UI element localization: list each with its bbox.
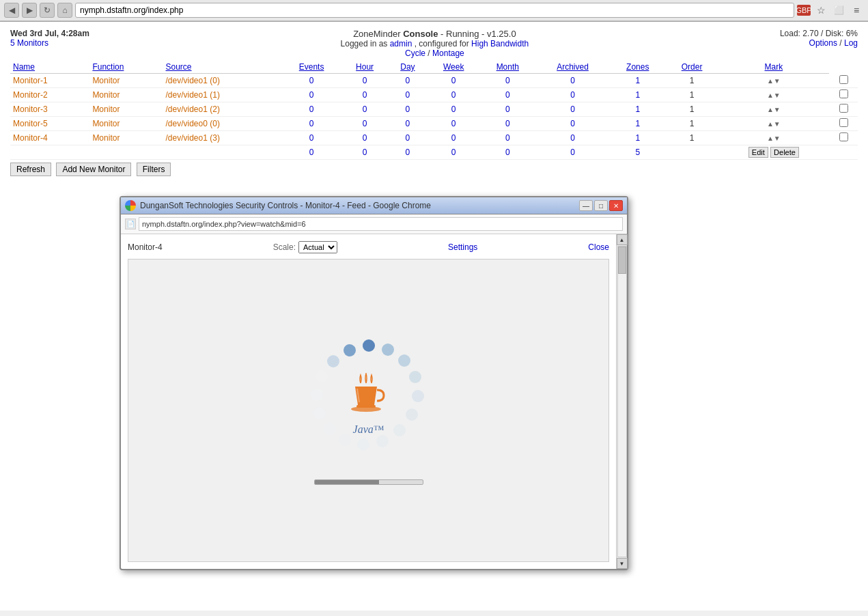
filters-button[interactable]: Filters — [137, 163, 171, 176]
home-button[interactable]: ⌂ — [57, 3, 72, 18]
col-header-name[interactable]: Name — [10, 61, 89, 74]
scale-select[interactable]: Actual 100% 75% 50% — [298, 241, 337, 253]
cell-month-total: 0 — [479, 145, 535, 159]
java-spinner-container: Java™ — [300, 336, 437, 473]
cell-name[interactable]: Monitor-4 — [10, 130, 89, 145]
scroll-thumb[interactable] — [618, 247, 626, 274]
cell-archived: 0 — [535, 116, 609, 130]
col-header-hour[interactable]: Hour — [341, 61, 387, 74]
cell-order-total — [666, 145, 718, 159]
forward-button[interactable]: ▶ — [22, 3, 37, 18]
cell-function[interactable]: Monitor — [89, 74, 163, 88]
cell-hour-total: 0 — [341, 145, 387, 159]
logged-in-user[interactable]: admin — [390, 39, 412, 48]
cell-zones[interactable]: 1 — [610, 116, 666, 130]
col-header-month[interactable]: Month — [479, 61, 535, 74]
scroll-track — [617, 246, 627, 557]
cell-day: 0 — [388, 116, 428, 130]
page-content: Wed 3rd Jul, 4:28am 5 Monitors ZoneMinde… — [0, 22, 868, 611]
cell-function[interactable]: Monitor — [89, 116, 163, 130]
scroll-up-button[interactable]: ▲ — [617, 234, 628, 245]
cell-zones[interactable]: 1 — [610, 74, 666, 88]
cell-mark — [829, 116, 858, 130]
address-bar[interactable] — [75, 3, 794, 18]
cell-function-total — [89, 145, 163, 159]
maximize-button[interactable]: □ — [594, 200, 608, 211]
cell-archived: 0 — [535, 87, 609, 102]
reload-button[interactable]: ↻ — [40, 3, 55, 18]
cell-zones[interactable]: 1 — [610, 130, 666, 145]
cell-zones[interactable]: 1 — [610, 87, 666, 102]
bottom-buttons: Refresh Add New Monitor Filters — [10, 163, 858, 176]
montage-link[interactable]: Montage — [432, 48, 464, 58]
cell-archived: 0 — [535, 102, 609, 116]
cell-zones[interactable]: 1 — [610, 102, 666, 116]
cell-source[interactable]: /dev/video0 (0) — [163, 116, 281, 130]
cell-function[interactable]: Monitor — [89, 130, 163, 145]
header-left: Wed 3rd Jul, 4:28am 5 Monitors — [10, 29, 89, 48]
cell-month: 0 — [479, 130, 535, 145]
cycle-link[interactable]: Cycle — [405, 48, 425, 58]
mark-checkbox[interactable] — [839, 132, 848, 141]
popup-toolbar: 📄 — [121, 214, 627, 234]
cast-icon[interactable]: ⬜ — [831, 3, 846, 18]
col-header-zones[interactable]: Zones — [610, 61, 666, 74]
options-link[interactable]: Options — [809, 38, 837, 48]
cell-function[interactable]: Monitor — [89, 102, 163, 116]
cell-source[interactable]: /dev/video1 (2) — [163, 102, 281, 116]
popup-address-bar[interactable] — [139, 217, 623, 231]
scroll-down-button[interactable]: ▼ — [617, 558, 628, 569]
monitor-count[interactable]: 5 Monitors — [10, 38, 89, 48]
mark-checkbox[interactable] — [839, 118, 848, 127]
popup-monitor-name: Monitor-4 — [128, 242, 163, 252]
refresh-button[interactable]: Refresh — [10, 163, 51, 176]
page-icon: 📄 — [125, 219, 136, 229]
popup-close-link[interactable]: Close — [588, 242, 609, 252]
cell-source[interactable]: /dev/video1 (0) — [163, 74, 281, 88]
extension-icon[interactable]: GBP — [797, 5, 811, 16]
mark-checkbox[interactable] — [839, 104, 848, 113]
col-header-day[interactable]: Day — [388, 61, 428, 74]
mark-checkbox[interactable] — [839, 75, 848, 84]
cell-source[interactable]: /dev/video1 (3) — [163, 130, 281, 145]
svg-point-7 — [376, 435, 389, 447]
back-button[interactable]: ◀ — [4, 3, 19, 18]
col-header-source[interactable]: Source — [163, 61, 281, 74]
col-header-mark[interactable]: Mark — [718, 61, 829, 74]
settings-link[interactable]: Settings — [448, 242, 477, 252]
col-header-function[interactable]: Function — [89, 61, 163, 74]
nav-separator: / — [839, 38, 844, 48]
cell-month: 0 — [479, 87, 535, 102]
scale-label: Scale: — [273, 242, 296, 252]
star-icon[interactable]: ☆ — [813, 3, 828, 18]
cell-function[interactable]: Monitor — [89, 87, 163, 102]
cell-name[interactable]: Monitor-1 — [10, 74, 89, 88]
cell-events: 0 — [281, 87, 342, 102]
popup-close-button[interactable]: ✕ — [609, 200, 623, 211]
svg-point-8 — [357, 438, 369, 451]
cell-name[interactable]: Monitor-5 — [10, 116, 89, 130]
log-link[interactable]: Log — [844, 38, 858, 48]
bandwidth-link[interactable]: High Bandwidth — [471, 39, 529, 48]
menu-icon[interactable]: ≡ — [849, 3, 864, 18]
popup-body: Monitor-4 Scale: Actual 100% 75% 50% Set… — [121, 234, 627, 569]
col-header-events[interactable]: Events — [281, 61, 342, 74]
svg-point-4 — [412, 390, 424, 402]
delete-button[interactable]: Delete — [770, 147, 799, 158]
col-header-week[interactable]: Week — [428, 61, 479, 74]
svg-point-6 — [393, 424, 406, 436]
cell-month: 0 — [479, 102, 535, 116]
add-new-monitor-button[interactable]: Add New Monitor — [56, 163, 131, 176]
svg-point-13 — [316, 370, 328, 382]
minimize-button[interactable]: — — [579, 200, 593, 211]
popup-main: Monitor-4 Scale: Actual 100% 75% 50% Set… — [121, 234, 616, 569]
app-title-bold: Console — [403, 29, 438, 39]
col-header-archived[interactable]: Archived — [535, 61, 609, 74]
cell-name[interactable]: Monitor-2 — [10, 87, 89, 102]
cell-week: 0 — [428, 130, 479, 145]
cell-source[interactable]: /dev/video1 (1) — [163, 87, 281, 102]
cell-name[interactable]: Monitor-3 — [10, 102, 89, 116]
edit-button[interactable]: Edit — [748, 147, 768, 158]
col-header-order[interactable]: Order — [666, 61, 718, 74]
mark-checkbox[interactable] — [839, 89, 848, 98]
